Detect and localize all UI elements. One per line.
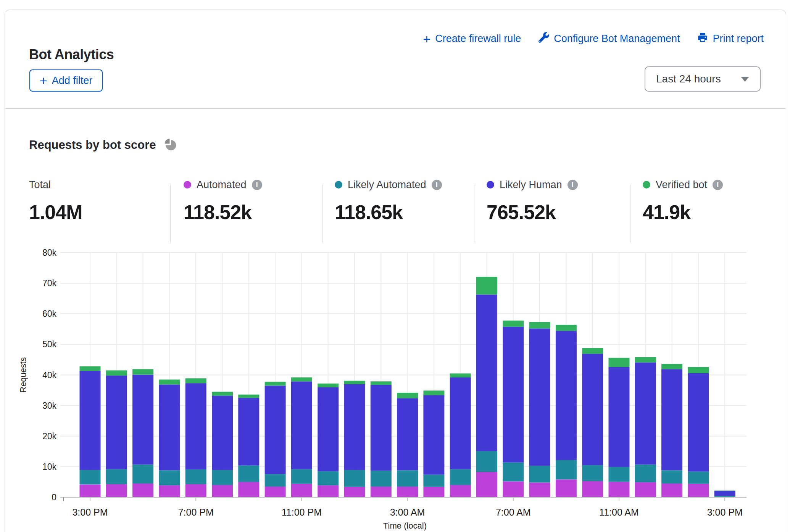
bar-segment (556, 325, 577, 331)
y-tick-label: 40k (42, 370, 57, 380)
bar-segment (212, 470, 233, 485)
bar-segment (265, 382, 286, 385)
bar-segment (238, 466, 259, 482)
plus-icon: + (423, 34, 430, 44)
bar-segment (291, 377, 312, 381)
bar-segment (688, 472, 709, 484)
section-heading: Requests by bot score (29, 137, 178, 153)
stacked-bar-chart[interactable]: 010k20k30k40k50k60k70k80k3:00 PM7:00 PM1… (18, 239, 777, 532)
bar-segment (238, 398, 259, 466)
bar-segment (185, 378, 206, 383)
likely-automated-value: 118.65k (335, 201, 442, 224)
y-axis-title: Requests (18, 357, 28, 393)
bar-segment (371, 381, 392, 385)
info-icon[interactable]: i (252, 180, 262, 190)
create-firewall-rule-link[interactable]: + Create firewall rule (423, 33, 521, 45)
bar-segment (609, 467, 630, 482)
bar-segment (132, 369, 153, 374)
bar-segment (529, 322, 550, 329)
printer-icon (697, 32, 708, 45)
stat-likely-automated: Likely Automated i 118.65k (335, 177, 442, 224)
bar-segment (238, 482, 259, 497)
x-tick-label: 11:00 AM (599, 507, 639, 517)
bar-segment (423, 475, 444, 487)
card-header: Bot Analytics + Create firewall rule Con… (5, 10, 786, 108)
bar-segment (397, 487, 418, 497)
bar-segment (423, 390, 444, 395)
bar-segment (609, 358, 630, 367)
y-tick-label: 10k (42, 462, 57, 472)
bar-segment (318, 471, 339, 485)
bar-segment (371, 385, 392, 471)
bar-segment (450, 469, 471, 485)
bar-segment (397, 398, 418, 470)
requests-by-bot-score-chart[interactable]: 010k20k30k40k50k60k70k80k3:00 PM7:00 PM1… (18, 239, 777, 532)
bar-segment (185, 469, 206, 484)
bar-segment (635, 357, 656, 363)
bar-segment (397, 470, 418, 486)
bar-segment (80, 484, 101, 497)
verified-bot-legend-dot (643, 181, 650, 189)
bar-segment (476, 451, 497, 472)
bar-segment (582, 481, 603, 497)
bar-segment (132, 464, 153, 484)
info-icon[interactable]: i (713, 180, 723, 190)
verified-bot-label: Verified bot (656, 179, 707, 191)
wrench-icon (538, 32, 549, 45)
time-range-value: Last 24 hours (656, 73, 721, 85)
stat-divider (474, 185, 474, 243)
y-tick-label: 50k (42, 339, 57, 349)
stat-likely-human: Likely Human i 765.52k (487, 177, 578, 224)
bar-segment (159, 384, 180, 470)
bar-segment (80, 371, 101, 470)
bar-segment (635, 464, 656, 482)
bar-segment (106, 484, 127, 497)
bar-segment (159, 380, 180, 385)
likely-automated-legend-dot (335, 181, 342, 189)
bar-segment (688, 373, 709, 472)
stat-total: Total 1.04M (29, 177, 82, 224)
bar-segment (265, 487, 286, 497)
bar-segment (185, 383, 206, 469)
bar-segment (106, 376, 127, 469)
bar-segment (476, 277, 497, 294)
y-tick-label: 30k (42, 401, 57, 411)
print-report-link[interactable]: Print report (697, 32, 764, 45)
configure-bot-management-link[interactable]: Configure Bot Management (538, 32, 680, 45)
y-tick-label: 0 (52, 492, 56, 502)
y-tick-label: 60k (42, 309, 57, 319)
bar-segment (80, 470, 101, 485)
plus-icon: + (40, 76, 47, 85)
bar-segment (423, 487, 444, 497)
add-filter-button[interactable]: + Add filter (29, 69, 103, 92)
bar-segment (609, 482, 630, 497)
bar-segment (661, 484, 682, 497)
stat-automated: Automated i 118.52k (184, 177, 262, 224)
x-tick-label: 11:00 PM (282, 507, 322, 517)
bar-segment (503, 481, 524, 497)
bar-segment (238, 395, 259, 398)
bar-segment (106, 469, 127, 484)
bar-segment (556, 460, 577, 479)
header-actions: + Create firewall rule Configure Bot Man… (423, 32, 764, 45)
bar-segment (159, 470, 180, 485)
bar-segment (212, 392, 233, 396)
bar-segment (371, 471, 392, 487)
bar-segment (344, 487, 365, 497)
bar-segment (450, 373, 471, 377)
bar-segment (635, 482, 656, 497)
bar-segment (476, 472, 497, 497)
bar-segment (476, 295, 497, 451)
info-icon[interactable]: i (432, 180, 442, 190)
bar-segment (291, 484, 312, 497)
bar-segment (556, 331, 577, 460)
pie-chart-icon (163, 137, 178, 153)
bar-segment (291, 381, 312, 469)
bar-segment (661, 470, 682, 483)
info-icon[interactable]: i (568, 180, 578, 190)
bar-segment (423, 395, 444, 474)
automated-value: 118.52k (184, 201, 262, 224)
bar-segment (185, 484, 206, 497)
bot-analytics-card: Bot Analytics + Create firewall rule Con… (5, 10, 786, 532)
time-range-dropdown[interactable]: Last 24 hours (645, 66, 761, 92)
